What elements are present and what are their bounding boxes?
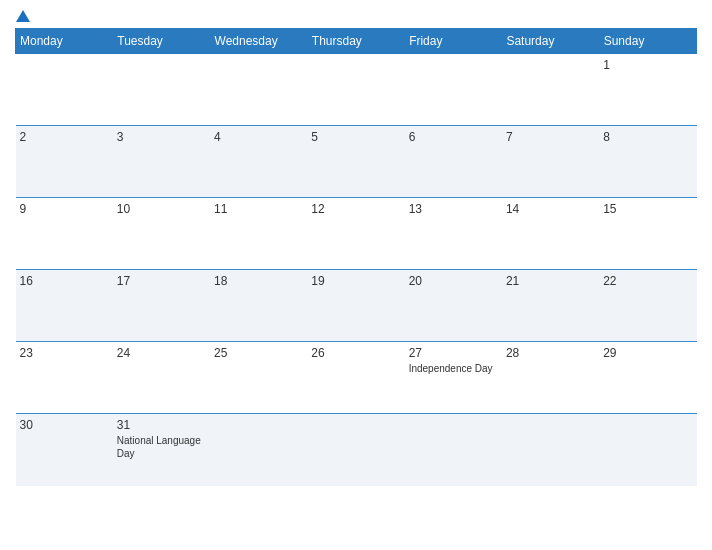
day-number: 14 <box>506 202 595 216</box>
day-number: 29 <box>603 346 692 360</box>
day-number: 10 <box>117 202 206 216</box>
week-row-3: 9101112131415 <box>16 198 697 270</box>
calendar-cell: 20 <box>405 270 502 342</box>
logo-triangle-icon <box>16 10 30 22</box>
calendar-cell: 25 <box>210 342 307 414</box>
week-row-2: 2345678 <box>16 126 697 198</box>
calendar-cell: 28 <box>502 342 599 414</box>
day-number: 21 <box>506 274 595 288</box>
calendar-cell: 18 <box>210 270 307 342</box>
calendar-cell <box>405 54 502 126</box>
day-number: 23 <box>20 346 109 360</box>
calendar-body: 1234567891011121314151617181920212223242… <box>16 54 697 486</box>
calendar-cell <box>210 54 307 126</box>
calendar-cell: 7 <box>502 126 599 198</box>
day-event: National Language Day <box>117 434 206 460</box>
week-row-5: 2324252627Independence Day2829 <box>16 342 697 414</box>
calendar-cell: 22 <box>599 270 696 342</box>
days-header-row: MondayTuesdayWednesdayThursdayFridaySatu… <box>16 29 697 54</box>
calendar-cell: 2 <box>16 126 113 198</box>
week-row-4: 16171819202122 <box>16 270 697 342</box>
day-number: 20 <box>409 274 498 288</box>
day-number: 11 <box>214 202 303 216</box>
day-number: 9 <box>20 202 109 216</box>
calendar-cell: 11 <box>210 198 307 270</box>
day-number: 25 <box>214 346 303 360</box>
calendar-cell: 26 <box>307 342 404 414</box>
calendar-cell <box>599 414 696 486</box>
calendar-cell: 27Independence Day <box>405 342 502 414</box>
calendar-cell: 4 <box>210 126 307 198</box>
day-header-thursday: Thursday <box>307 29 404 54</box>
day-number: 30 <box>20 418 109 432</box>
logo <box>15 10 31 22</box>
day-number: 3 <box>117 130 206 144</box>
day-number: 5 <box>311 130 400 144</box>
calendar-cell: 31National Language Day <box>113 414 210 486</box>
header <box>15 10 697 22</box>
calendar-cell <box>113 54 210 126</box>
calendar-cell: 30 <box>16 414 113 486</box>
day-number: 15 <box>603 202 692 216</box>
calendar-cell: 13 <box>405 198 502 270</box>
day-number: 4 <box>214 130 303 144</box>
calendar-cell: 10 <box>113 198 210 270</box>
week-row-1: 1 <box>16 54 697 126</box>
calendar-cell: 21 <box>502 270 599 342</box>
week-row-6: 3031National Language Day <box>16 414 697 486</box>
calendar-cell: 24 <box>113 342 210 414</box>
day-number: 27 <box>409 346 498 360</box>
day-number: 1 <box>603 58 692 72</box>
day-number: 12 <box>311 202 400 216</box>
day-header-monday: Monday <box>16 29 113 54</box>
calendar-cell <box>210 414 307 486</box>
calendar-cell <box>502 414 599 486</box>
calendar-table: MondayTuesdayWednesdayThursdayFridaySatu… <box>15 28 697 486</box>
day-header-friday: Friday <box>405 29 502 54</box>
day-number: 7 <box>506 130 595 144</box>
calendar-cell: 29 <box>599 342 696 414</box>
calendar-page: MondayTuesdayWednesdayThursdayFridaySatu… <box>0 0 712 550</box>
day-number: 18 <box>214 274 303 288</box>
calendar-cell: 17 <box>113 270 210 342</box>
calendar-cell <box>405 414 502 486</box>
day-number: 28 <box>506 346 595 360</box>
day-number: 8 <box>603 130 692 144</box>
day-header-sunday: Sunday <box>599 29 696 54</box>
calendar-cell: 5 <box>307 126 404 198</box>
day-number: 22 <box>603 274 692 288</box>
calendar-cell: 14 <box>502 198 599 270</box>
day-number: 24 <box>117 346 206 360</box>
calendar-cell: 1 <box>599 54 696 126</box>
day-header-wednesday: Wednesday <box>210 29 307 54</box>
calendar-cell: 3 <box>113 126 210 198</box>
day-number: 2 <box>20 130 109 144</box>
calendar-cell: 15 <box>599 198 696 270</box>
calendar-cell: 16 <box>16 270 113 342</box>
calendar-cell <box>502 54 599 126</box>
calendar-cell: 23 <box>16 342 113 414</box>
calendar-cell: 12 <box>307 198 404 270</box>
day-number: 6 <box>409 130 498 144</box>
day-number: 13 <box>409 202 498 216</box>
calendar-header: MondayTuesdayWednesdayThursdayFridaySatu… <box>16 29 697 54</box>
day-number: 31 <box>117 418 206 432</box>
calendar-cell <box>16 54 113 126</box>
calendar-cell <box>307 414 404 486</box>
day-number: 17 <box>117 274 206 288</box>
day-event: Independence Day <box>409 362 498 375</box>
day-number: 19 <box>311 274 400 288</box>
calendar-cell: 19 <box>307 270 404 342</box>
calendar-cell: 6 <box>405 126 502 198</box>
calendar-cell: 9 <box>16 198 113 270</box>
day-number: 16 <box>20 274 109 288</box>
day-header-saturday: Saturday <box>502 29 599 54</box>
calendar-cell: 8 <box>599 126 696 198</box>
day-header-tuesday: Tuesday <box>113 29 210 54</box>
day-number: 26 <box>311 346 400 360</box>
calendar-cell <box>307 54 404 126</box>
